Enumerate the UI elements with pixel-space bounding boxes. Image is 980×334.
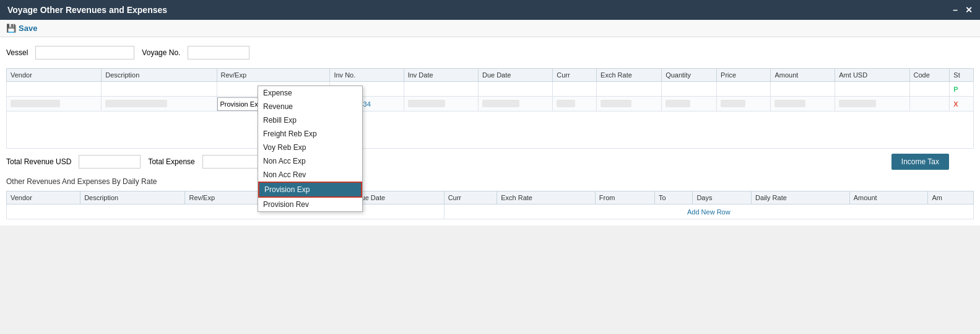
add-new-row-label[interactable]: Add New Row bbox=[444, 204, 973, 219]
voyage-input[interactable] bbox=[188, 46, 249, 59]
col-vendor: Vendor bbox=[7, 69, 102, 82]
save-label: Save bbox=[19, 24, 37, 33]
dropdown-item-provision-exp[interactable]: Provision Exp bbox=[258, 182, 362, 198]
col-curr: Curr bbox=[553, 69, 597, 82]
lower-section-title: Other Revenues And Expenses By Daily Rat… bbox=[6, 175, 974, 188]
lower-col-description: Description bbox=[80, 191, 185, 204]
dropdown-item-freight-reb-exp[interactable]: Freight Reb Exp bbox=[258, 127, 362, 141]
lower-grid-header: Vendor Description Rev/Exp Inv Date Due … bbox=[7, 191, 974, 204]
cell-status: X bbox=[950, 97, 974, 112]
toolbar: 💾 Save bbox=[0, 20, 980, 37]
lower-col-curr: Curr bbox=[444, 191, 497, 204]
col-description: Description bbox=[102, 69, 217, 82]
cell-duedate bbox=[478, 97, 552, 112]
vessel-row: Vessel Voyage No. bbox=[6, 43, 974, 62]
lower-col-vendor: Vendor bbox=[7, 191, 80, 204]
save-icon: 💾 bbox=[6, 24, 16, 33]
add-new-row-cell bbox=[7, 204, 444, 219]
vessel-input[interactable] bbox=[35, 46, 134, 59]
cell-amount bbox=[771, 97, 835, 112]
cell-vendor bbox=[7, 82, 102, 97]
cell-vendor bbox=[7, 97, 102, 112]
dropdown-item-non-acc-rev[interactable]: Non Acc Rev bbox=[258, 168, 362, 182]
col-amtusd: Amt USD bbox=[835, 69, 909, 82]
lower-col-amount: Amount bbox=[849, 191, 928, 204]
dropdown-item-expense[interactable]: Expense bbox=[258, 86, 362, 100]
col-price: Price bbox=[717, 69, 771, 82]
main-content: Vessel Voyage No. Vendor Description Rev… bbox=[0, 37, 980, 226]
dropdown-item-rebill-exp[interactable]: Rebill Exp bbox=[258, 113, 362, 127]
total-expense-label: Total Expense bbox=[148, 157, 194, 166]
cell-invdate bbox=[404, 82, 478, 97]
col-revexp: Rev/Exp bbox=[217, 69, 330, 82]
dropdown-item-voy-reb-exp[interactable]: Voy Reb Exp bbox=[258, 141, 362, 154]
lower-col-dailyrate: Daily Rate bbox=[752, 191, 850, 204]
col-st: St bbox=[950, 69, 974, 82]
revexp-dropdown-list: Expense Revenue Rebill Exp Freight Reb E… bbox=[258, 86, 363, 212]
dropdown-item-provision-rev[interactable]: Provision Rev bbox=[258, 198, 362, 211]
cell-quantity bbox=[662, 97, 717, 112]
window-controls: – ✕ bbox=[953, 5, 973, 15]
cell-curr bbox=[553, 97, 597, 112]
cell-curr bbox=[553, 82, 597, 97]
table-row bbox=[7, 112, 974, 149]
col-invno: Inv No. bbox=[330, 69, 404, 82]
cell-amtusd bbox=[835, 97, 909, 112]
table-row[interactable]: Add New Row bbox=[7, 204, 974, 219]
revexp-dropdown-value: Provision Ex bbox=[220, 100, 258, 108]
total-expense-input[interactable] bbox=[202, 155, 264, 169]
cell-amtusd bbox=[835, 82, 909, 97]
col-code: Code bbox=[909, 69, 950, 82]
lower-col-duedate: Due Date bbox=[352, 191, 444, 204]
col-quantity: Quantity bbox=[662, 69, 717, 82]
lower-col-revexp: Rev/Exp bbox=[185, 191, 269, 204]
lower-grid-table: Vendor Description Rev/Exp Inv Date Due … bbox=[6, 191, 974, 219]
col-exchrate: Exch Rate bbox=[597, 69, 662, 82]
window-title: Voyage Other Revenues and Expenses bbox=[7, 5, 167, 15]
cell-description bbox=[102, 97, 217, 112]
cell-status: P bbox=[950, 82, 974, 97]
table-row[interactable]: P bbox=[7, 82, 974, 97]
lower-col-days: Days bbox=[693, 191, 752, 204]
cell-amount bbox=[771, 82, 835, 97]
cell-invdate bbox=[404, 97, 478, 112]
total-revenue-input[interactable] bbox=[79, 155, 141, 169]
dropdown-options: Expense Revenue Rebill Exp Freight Reb E… bbox=[258, 86, 363, 212]
dropdown-item-revenue[interactable]: Revenue bbox=[258, 100, 362, 113]
cell-exchrate bbox=[597, 97, 662, 112]
cell-description bbox=[102, 82, 217, 97]
upper-grid-section: Vendor Description Rev/Exp Inv No. Inv D… bbox=[6, 68, 974, 149]
totals-row: Total Revenue USD Total Expense Income T… bbox=[6, 149, 974, 175]
voyage-label: Voyage No. bbox=[142, 48, 180, 57]
cell-code bbox=[909, 82, 950, 97]
total-revenue-label: Total Revenue USD bbox=[6, 157, 71, 166]
income-tax-button[interactable]: Income Tax bbox=[891, 154, 949, 170]
dropdown-item-non-acc-exp[interactable]: Non Acc Exp bbox=[258, 154, 362, 168]
upper-grid-header: Vendor Description Rev/Exp Inv No. Inv D… bbox=[7, 69, 974, 82]
lower-col-exchrate: Exch Rate bbox=[497, 191, 596, 204]
lower-col-from: From bbox=[595, 191, 654, 204]
table-row[interactable]: Provision Ex ▼ Invoice1234 bbox=[7, 97, 974, 112]
col-amount: Amount bbox=[771, 69, 835, 82]
title-bar: Voyage Other Revenues and Expenses – ✕ bbox=[0, 0, 980, 20]
cell-price bbox=[717, 82, 771, 97]
lower-col-am: Am bbox=[928, 191, 974, 204]
upper-grid-table: Vendor Description Rev/Exp Inv No. Inv D… bbox=[6, 68, 974, 149]
cell-duedate bbox=[478, 82, 552, 97]
col-invdate: Inv Date bbox=[404, 69, 478, 82]
cell-quantity bbox=[662, 82, 717, 97]
col-duedate: Due Date bbox=[478, 69, 552, 82]
cell-exchrate bbox=[597, 82, 662, 97]
minimize-button[interactable]: – bbox=[953, 5, 958, 15]
lower-col-to: To bbox=[655, 191, 693, 204]
save-button[interactable]: 💾 Save bbox=[6, 24, 37, 33]
vessel-label: Vessel bbox=[6, 48, 28, 57]
cell-code bbox=[909, 97, 950, 112]
cell-price bbox=[717, 97, 771, 112]
close-button[interactable]: ✕ bbox=[965, 5, 973, 15]
